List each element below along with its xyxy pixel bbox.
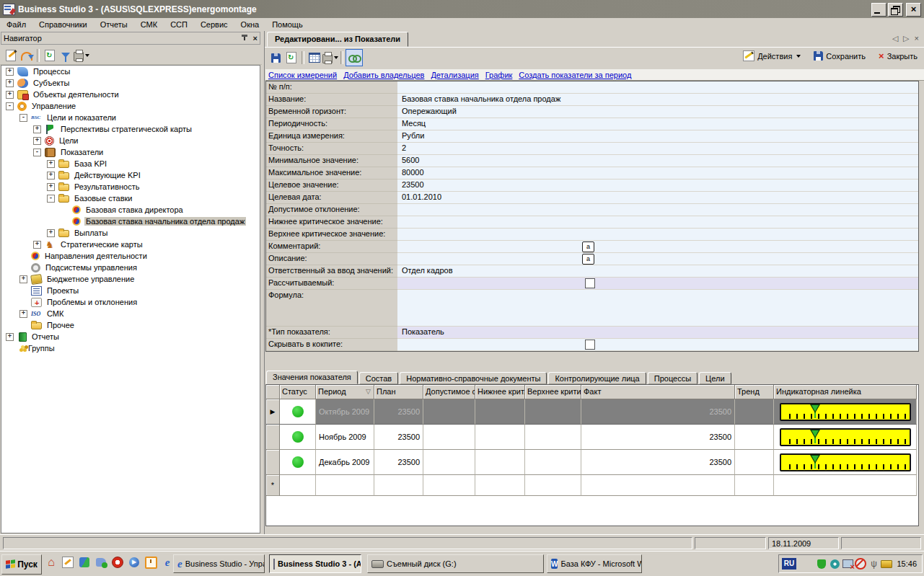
tab-next-icon[interactable]: ▷ (903, 34, 909, 43)
form-value-field[interactable]: a (397, 241, 918, 253)
tree-item-14[interactable]: +Выплаты (1, 227, 260, 239)
link-toolbar-button[interactable] (346, 49, 363, 66)
menu-item-0[interactable]: Файл (0, 19, 32, 30)
expand-icon[interactable]: + (47, 229, 55, 237)
menu-item-5[interactable]: Сервис (194, 19, 234, 30)
tree-item-3[interactable]: -Управление (1, 100, 260, 112)
menu-item-1[interactable]: Справочники (32, 19, 94, 30)
language-indicator[interactable]: RU (782, 558, 796, 570)
save-toolbar-button[interactable] (268, 50, 283, 66)
expand-icon[interactable]: + (33, 125, 41, 133)
column-header-3[interactable]: План (374, 385, 423, 399)
refresh-toolbar-button[interactable] (283, 50, 299, 66)
expand-icon[interactable]: + (33, 137, 41, 145)
table-row-2[interactable]: Декабрь 20092350023500 (266, 450, 918, 475)
collapse-icon[interactable]: - (33, 149, 41, 156)
memo-button[interactable]: a (582, 254, 594, 265)
form-value-field[interactable]: 80000 (397, 167, 918, 180)
form-value-field[interactable] (397, 339, 918, 351)
form-value-field[interactable]: Рубли (397, 130, 918, 143)
tree-item-7[interactable]: -Показатели (1, 146, 260, 158)
print-toolbar-button[interactable] (74, 48, 89, 63)
row-selector[interactable] (266, 450, 280, 475)
expand-icon[interactable]: + (47, 160, 55, 168)
tree-item-21[interactable]: +СМК (1, 308, 260, 319)
column-header-9[interactable]: Индикаторная линейка (774, 385, 917, 399)
tree-item-2[interactable]: +Объекты деятельности (1, 89, 260, 100)
tray-shield-icon[interactable] (816, 558, 827, 570)
form-value-field[interactable]: Отдел кадров (397, 265, 918, 278)
column-header-7[interactable]: Факт (581, 385, 735, 399)
quick-launch-write-icon[interactable] (61, 556, 74, 569)
column-header-2[interactable]: Период▽ (316, 385, 374, 399)
table-row-1[interactable]: Ноябрь 20092350023500 (266, 425, 918, 450)
form-value-field[interactable]: 5600 (397, 155, 918, 167)
tray-neterr-icon[interactable] (842, 558, 853, 570)
tree-item-23[interactable]: +Отчеты (1, 331, 260, 342)
tree-item-1[interactable]: +Субъекты (1, 77, 260, 89)
navigator-close-icon[interactable]: × (253, 34, 258, 43)
tree-item-4[interactable]: -Цели и показатели (1, 112, 260, 123)
checkbox[interactable] (585, 278, 595, 288)
form-value-field[interactable] (397, 216, 918, 229)
link-4[interactable]: Создать показатели за период (519, 71, 631, 79)
tree-item-19[interactable]: Проекты (1, 285, 260, 296)
form-value-field[interactable] (397, 290, 918, 327)
form-value-field[interactable]: a (397, 253, 918, 265)
form-value-field[interactable]: 23500 (397, 180, 918, 192)
menu-item-6[interactable]: Окна (234, 19, 266, 30)
actions-button[interactable]: Действия (740, 49, 804, 63)
tab-close-icon[interactable]: × (915, 34, 919, 43)
quick-launch-home-icon[interactable]: ⌂ (45, 556, 58, 569)
tree-item-11[interactable]: -Базовые ставки (1, 192, 260, 204)
tab-0[interactable]: Значения показателя (266, 371, 358, 384)
expand-icon[interactable]: + (6, 333, 14, 341)
expand-icon[interactable]: + (47, 172, 55, 180)
expand-icon[interactable]: + (47, 183, 55, 191)
collapse-icon[interactable]: - (6, 102, 14, 110)
checkbox[interactable] (585, 340, 595, 350)
tree-item-10[interactable]: +Результативность (1, 181, 260, 192)
task-button-2[interactable]: Съемный диск (G:) (367, 554, 544, 573)
new-row[interactable]: * (266, 475, 918, 496)
tree-item-9[interactable]: +Действующие KPI (1, 169, 260, 181)
expand-icon[interactable]: + (19, 310, 27, 318)
form-value-field[interactable] (397, 278, 918, 290)
menu-item-2[interactable]: Отчеты (94, 19, 134, 30)
link-0[interactable]: Список измерений (268, 71, 337, 79)
form-value-field[interactable] (397, 204, 918, 216)
collapse-icon[interactable]: - (47, 195, 55, 203)
filter-toolbar-button[interactable] (58, 48, 74, 63)
expand-icon[interactable]: + (6, 68, 14, 76)
tree-item-0[interactable]: +Процессы (1, 66, 260, 77)
collapse-icon[interactable]: - (19, 114, 27, 122)
expand-icon[interactable]: + (6, 79, 14, 87)
column-header-8[interactable]: Тренд (735, 385, 774, 399)
tab-2[interactable]: Нормативно-справочные документы (400, 372, 547, 384)
tray-block-icon[interactable] (855, 558, 866, 570)
form-value-field[interactable]: Опережающий (397, 106, 918, 118)
expand-icon[interactable]: + (6, 91, 14, 99)
save-button[interactable]: Сохранить (811, 50, 868, 62)
form-value-field[interactable] (397, 81, 918, 94)
quick-launch-sync-icon[interactable] (94, 556, 107, 569)
link-3[interactable]: График (485, 71, 513, 79)
edit-toolbar-button[interactable] (3, 48, 19, 63)
form-value-field[interactable]: Базовая ставка начальника отдела продаж (397, 94, 918, 106)
tray-wifi-icon[interactable]: ψ (868, 558, 879, 570)
tab-1[interactable]: Состав (359, 372, 398, 384)
print-toolbar-button[interactable] (322, 50, 338, 66)
tree-item-15[interactable]: +Стратегические карты (1, 239, 260, 250)
menu-item-4[interactable]: ССП (164, 19, 194, 30)
tray-cd-icon[interactable] (829, 558, 840, 570)
tree-item-17[interactable]: Подсистемы управления (1, 262, 260, 273)
grid-toolbar-button[interactable] (307, 50, 322, 66)
row-selector[interactable]: ▶ (266, 399, 280, 425)
tab-prev-icon[interactable]: ◁ (892, 34, 898, 43)
tree-item-6[interactable]: +Цели (1, 135, 260, 146)
tree-item-13[interactable]: Базовая ставка начальника отдела продаж (1, 216, 260, 227)
form-value-field[interactable]: Показатель (397, 327, 918, 339)
tab-4[interactable]: Процессы (648, 372, 698, 384)
column-header-0[interactable] (266, 385, 280, 399)
tab-3[interactable]: Контролирующие лица (548, 372, 646, 384)
